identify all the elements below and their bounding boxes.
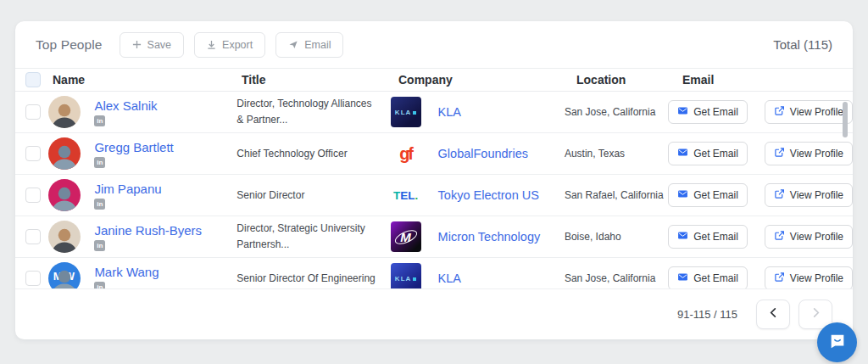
linkedin-icon[interactable]: in bbox=[94, 199, 105, 210]
view-profile-button[interactable]: View Profile bbox=[765, 100, 853, 124]
get-email-button[interactable]: Get Email bbox=[668, 183, 748, 207]
pagination-bar: 91-115 / 115 bbox=[15, 289, 853, 339]
person-title: Director, Technology Alliances & Partner… bbox=[236, 96, 376, 127]
table-body: Alex Salnik in Director, Technology Alli… bbox=[15, 92, 853, 289]
person-title: Director, Strategic University Partnersh… bbox=[236, 221, 376, 252]
company-logo-text: KLA bbox=[395, 275, 416, 283]
avatar[interactable]: MW bbox=[48, 262, 81, 289]
save-button-label: Save bbox=[147, 39, 172, 51]
company-logo: TEL. bbox=[391, 180, 421, 210]
avatar[interactable] bbox=[48, 221, 81, 253]
get-email-button[interactable]: Get Email bbox=[668, 142, 748, 165]
view-profile-label: View Profile bbox=[790, 189, 843, 201]
person-name-link[interactable]: Jim Papanu bbox=[94, 182, 161, 196]
view-profile-label: View Profile bbox=[790, 272, 843, 284]
card-header: Top People Save Export Email Total (115) bbox=[15, 21, 853, 68]
chat-widget-button[interactable] bbox=[817, 322, 857, 362]
get-email-label: Get Email bbox=[693, 231, 738, 243]
total-count: Total (115) bbox=[773, 37, 832, 52]
scrollbar-thumb[interactable] bbox=[843, 102, 848, 137]
save-button[interactable]: Save bbox=[120, 32, 185, 58]
company-logo: KLA bbox=[391, 97, 421, 127]
person-title: Senior Director bbox=[236, 188, 376, 204]
person-name-link[interactable]: Gregg Bartlett bbox=[94, 140, 173, 154]
company-link[interactable]: KLA bbox=[438, 105, 461, 119]
company-logo: KLA bbox=[391, 263, 421, 289]
row-checkbox[interactable] bbox=[25, 104, 41, 120]
view-profile-label: View Profile bbox=[790, 231, 843, 243]
get-email-button[interactable]: Get Email bbox=[668, 266, 748, 289]
get-email-label: Get Email bbox=[693, 106, 738, 118]
prev-page-button[interactable] bbox=[756, 300, 790, 329]
download-icon bbox=[207, 40, 216, 49]
company-logo: M bbox=[391, 221, 421, 252]
get-email-label: Get Email bbox=[693, 189, 738, 201]
column-header-email: Email bbox=[682, 73, 853, 87]
linkedin-icon[interactable]: in bbox=[94, 115, 105, 126]
row-checkbox[interactable] bbox=[25, 229, 41, 244]
table-row: MW Mark Wang in Senior Director Of Engin… bbox=[15, 258, 853, 289]
linkedin-icon[interactable]: in bbox=[94, 157, 105, 168]
external-link-icon bbox=[774, 272, 785, 285]
external-link-icon bbox=[774, 105, 785, 119]
avatar[interactable] bbox=[48, 179, 81, 211]
plus-icon bbox=[132, 40, 142, 49]
company-logo-text: KLA bbox=[395, 109, 416, 116]
row-checkbox[interactable] bbox=[25, 271, 41, 286]
export-button-label: Export bbox=[222, 39, 253, 51]
avatar[interactable] bbox=[48, 137, 81, 170]
page-title: Top People bbox=[36, 37, 103, 53]
envelope-icon bbox=[677, 105, 688, 119]
chevron-left-icon bbox=[768, 307, 779, 321]
view-profile-label: View Profile bbox=[790, 106, 843, 118]
view-profile-button[interactable]: View Profile bbox=[765, 266, 853, 289]
send-icon bbox=[288, 40, 298, 49]
view-profile-button[interactable]: View Profile bbox=[765, 142, 853, 165]
company-link[interactable]: KLA bbox=[438, 272, 461, 285]
select-all-checkbox[interactable] bbox=[25, 72, 41, 87]
table-header-row: Name Title Company Location Email bbox=[15, 68, 853, 92]
pagination-range: 91-115 / 115 bbox=[677, 308, 737, 321]
row-checkbox[interactable] bbox=[25, 146, 41, 161]
company-link[interactable]: Micron Technology bbox=[438, 230, 541, 244]
table-row: Jim Papanu in Senior Director TEL. Tokyo… bbox=[15, 175, 853, 216]
table-row: Gregg Bartlett in Chief Technology Offic… bbox=[15, 133, 853, 175]
company-link[interactable]: GlobalFoundries bbox=[438, 147, 528, 160]
view-profile-button[interactable]: View Profile bbox=[765, 225, 853, 249]
linkedin-icon[interactable]: in bbox=[94, 240, 105, 251]
view-profile-label: View Profile bbox=[790, 148, 843, 160]
person-title: Senior Director Of Engineering bbox=[236, 271, 376, 287]
person-name-link[interactable]: Mark Wang bbox=[94, 265, 159, 279]
linkedin-icon[interactable]: in bbox=[94, 282, 105, 290]
top-people-card: Top People Save Export Email Total (115) bbox=[15, 21, 853, 339]
envelope-icon bbox=[677, 230, 688, 244]
person-name-link[interactable]: Alex Salnik bbox=[94, 98, 157, 113]
company-logo-text: M bbox=[400, 230, 411, 244]
chat-bubble-icon bbox=[828, 332, 847, 354]
email-button[interactable]: Email bbox=[275, 32, 343, 58]
get-email-label: Get Email bbox=[693, 272, 738, 284]
external-link-icon bbox=[774, 147, 785, 160]
person-location: Austin, Texas bbox=[565, 146, 668, 162]
get-email-button[interactable]: Get Email bbox=[668, 100, 748, 124]
table-row: Janine Rush-Byers in Director, Strategic… bbox=[15, 216, 853, 258]
get-email-button[interactable]: Get Email bbox=[668, 225, 748, 249]
person-location: San Jose, California bbox=[565, 104, 668, 120]
view-profile-button[interactable]: View Profile bbox=[765, 183, 853, 207]
company-logo-text: gf bbox=[399, 144, 412, 164]
envelope-icon bbox=[677, 147, 688, 160]
people-table: Name Title Company Location Email Alex S… bbox=[15, 68, 853, 289]
column-header-company: Company bbox=[398, 73, 576, 87]
person-location: San Jose, California bbox=[565, 271, 668, 287]
company-link[interactable]: Tokyo Electron US bbox=[438, 188, 539, 202]
person-title: Chief Technology Officer bbox=[236, 146, 376, 162]
person-location: Boise, Idaho bbox=[565, 229, 668, 245]
avatar[interactable] bbox=[48, 96, 81, 128]
person-name-link[interactable]: Janine Rush-Byers bbox=[94, 223, 202, 238]
person-location: San Rafael, California bbox=[565, 188, 668, 204]
row-checkbox[interactable] bbox=[25, 188, 41, 203]
external-link-icon bbox=[774, 188, 785, 202]
get-email-label: Get Email bbox=[693, 148, 738, 160]
column-header-name: Name bbox=[49, 73, 242, 87]
export-button[interactable]: Export bbox=[194, 32, 265, 58]
